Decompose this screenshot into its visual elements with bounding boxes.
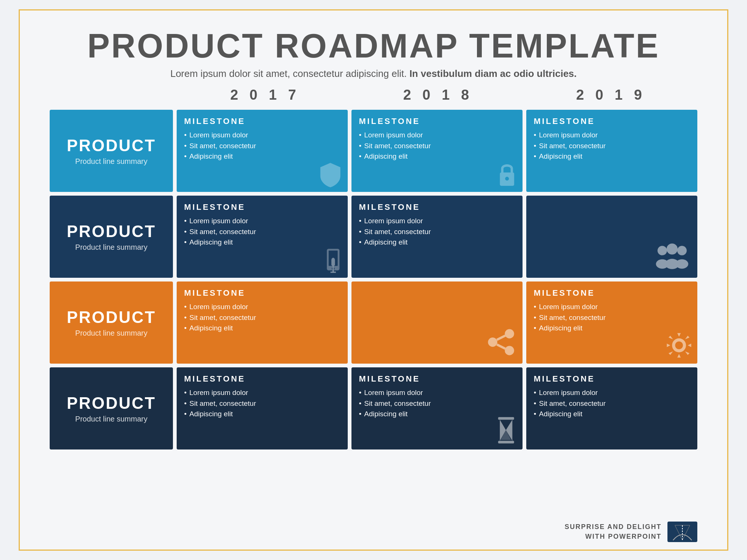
lock-icon — [497, 162, 517, 188]
milestone-items-4-2: Lorem ipsum dolor Sit amet, consectetur … — [359, 388, 515, 420]
milestone-header-2-2: MILESTONE — [359, 202, 515, 212]
milestone-item: Sit amet, consectetur — [359, 227, 515, 237]
year-headers: 2 0 1 7 2 0 1 8 2 0 1 9 — [179, 87, 697, 103]
product-cell-1: PRODUCT Product line summary — [50, 110, 173, 192]
milestone-items-1-3: Lorem ipsum dolor Sit amet, consectetur … — [534, 130, 690, 162]
milestone-item: Adipiscing elit — [184, 151, 340, 162]
milestone-items-4-1: Lorem ipsum dolor Sit amet, consectetur … — [184, 388, 340, 420]
svg-line-17 — [497, 345, 505, 349]
milestone-header-1-2: MILESTONE — [359, 116, 515, 126]
milestone-item: Sit amet, consectetur — [359, 141, 515, 152]
header: PRODUCT ROADMAP TEMPLATE Lorem ipsum dol… — [50, 29, 697, 80]
main-title: PRODUCT ROADMAP TEMPLATE — [50, 29, 697, 63]
subtitle-normal: Lorem ipsum dolor sit amet, consectetur … — [170, 68, 407, 79]
product-title-1: PRODUCT — [67, 136, 156, 155]
milestone-item: Sit amet, consectetur — [184, 312, 340, 323]
roadmap-grid: PRODUCT Product line summary MILESTONE L… — [50, 110, 697, 449]
milestone-header-4-2: MILESTONE — [359, 374, 515, 384]
footer-logo — [667, 522, 697, 542]
row-2: PRODUCT Product line summary MILESTONE L… — [50, 196, 697, 278]
milestone-header-3-3: MILESTONE — [534, 288, 690, 298]
footer: SURPRISE AND DELIGHT WITH POWERPOINT — [565, 522, 697, 542]
milestone-item: Adipiscing elit — [534, 151, 690, 162]
milestone-item: Sit amet, consectetur — [359, 398, 515, 409]
shield-icon — [318, 162, 342, 188]
product-cell-2: PRODUCT Product line summary — [50, 196, 173, 278]
svg-rect-21 — [498, 441, 514, 444]
product-summary-4: Product line summary — [75, 415, 147, 423]
share-icon — [487, 328, 515, 356]
product-cell-3: PRODUCT Product line summary — [50, 281, 173, 364]
year-2018: 2 0 1 8 — [351, 87, 524, 103]
svg-point-11 — [677, 246, 686, 255]
milestone-item: Lorem ipsum dolor — [534, 388, 690, 398]
milestone-items-1-1: Lorem ipsum dolor Sit amet, consectetur … — [184, 130, 340, 162]
milestone-4-2018: MILESTONE Lorem ipsum dolor Sit amet, co… — [351, 367, 523, 449]
milestone-item: Lorem ipsum dolor — [184, 130, 340, 141]
milestone-item: Sit amet, consectetur — [184, 227, 340, 237]
slide: PRODUCT ROADMAP TEMPLATE Lorem ipsum dol… — [19, 9, 728, 551]
milestone-item: Adipiscing elit — [359, 237, 515, 248]
svg-point-1 — [505, 177, 509, 180]
milestone-items-3-3: Lorem ipsum dolor Sit amet, consectetur … — [534, 302, 690, 334]
product-summary-1: Product line summary — [75, 157, 147, 166]
milestone-header-1-3: MILESTONE — [534, 116, 690, 126]
subtitle: Lorem ipsum dolor sit amet, consectetur … — [50, 68, 697, 80]
milestone-items-2-1: Lorem ipsum dolor Sit amet, consectetur … — [184, 216, 340, 248]
milestone-items-1-2: Lorem ipsum dolor Sit amet, consectetur … — [359, 130, 515, 162]
svg-point-15 — [505, 346, 514, 355]
product-title-4: PRODUCT — [67, 394, 156, 413]
milestone-1-2018: MILESTONE Lorem ipsum dolor Sit amet, co… — [351, 110, 523, 192]
milestone-item: Adipiscing elit — [359, 409, 515, 420]
milestone-item: Lorem ipsum dolor — [184, 216, 340, 227]
milestone-4-2019: MILESTONE Lorem ipsum dolor Sit amet, co… — [526, 367, 697, 449]
milestone-4-2017: MILESTONE Lorem ipsum dolor Sit amet, co… — [177, 367, 348, 449]
row-4: PRODUCT Product line summary MILESTONE L… — [50, 367, 697, 449]
milestone-item: Lorem ipsum dolor — [534, 130, 690, 141]
svg-line-16 — [497, 336, 505, 340]
footer-line2: WITH POWERPOINT — [565, 532, 661, 541]
milestone-items-4-3: Lorem ipsum dolor Sit amet, consectetur … — [534, 388, 690, 420]
product-summary-2: Product line summary — [75, 243, 147, 252]
svg-point-19 — [675, 342, 683, 349]
row-3: PRODUCT Product line summary MILESTONE L… — [50, 281, 697, 364]
milestone-header-1-1: MILESTONE — [184, 116, 340, 126]
milestone-items-2-2: Lorem ipsum dolor Sit amet, consectetur … — [359, 216, 515, 248]
milestone-header-4-1: MILESTONE — [184, 374, 340, 384]
year-2019: 2 0 1 9 — [524, 87, 697, 103]
product-title-2: PRODUCT — [67, 222, 156, 241]
milestone-item: Sit amet, consectetur — [184, 141, 340, 152]
milestone-item: Sit amet, consectetur — [534, 141, 690, 152]
milestone-1-2017: MILESTONE Lorem ipsum dolor Sit amet, co… — [177, 110, 348, 192]
footer-text: SURPRISE AND DELIGHT WITH POWERPOINT — [565, 522, 661, 541]
milestone-item: Lorem ipsum dolor — [184, 388, 340, 398]
milestone-item: Adipiscing elit — [184, 237, 340, 248]
milestone-3-2018 — [351, 281, 523, 364]
svg-point-14 — [488, 337, 498, 347]
year-2017: 2 0 1 7 — [179, 87, 351, 103]
svg-point-12 — [676, 259, 688, 268]
row-1: PRODUCT Product line summary MILESTONE L… — [50, 110, 697, 192]
milestone-item: Sit amet, consectetur — [534, 398, 690, 409]
milestone-item: Lorem ipsum dolor — [184, 302, 340, 312]
gear-icon — [666, 332, 692, 358]
product-title-3: PRODUCT — [67, 308, 156, 327]
milestone-items-3-1: Lorem ipsum dolor Sit amet, consectetur … — [184, 302, 340, 334]
footer-line1: SURPRISE AND DELIGHT — [565, 522, 661, 532]
svg-point-9 — [667, 243, 678, 255]
product-summary-3: Product line summary — [75, 329, 147, 337]
milestone-item: Sit amet, consectetur — [534, 312, 690, 323]
svg-point-13 — [505, 329, 514, 339]
milestone-item: Sit amet, consectetur — [184, 398, 340, 409]
svg-point-7 — [657, 246, 667, 255]
svg-rect-20 — [498, 417, 514, 420]
milestone-item: Adipiscing elit — [534, 409, 690, 420]
subtitle-bold: In vestibulum diam ac odio ultricies. — [409, 68, 577, 79]
milestone-header-3-1: MILESTONE — [184, 288, 340, 298]
milestone-item: Adipiscing elit — [359, 151, 515, 162]
milestone-item: Lorem ipsum dolor — [534, 302, 690, 312]
milestone-3-2019: MILESTONE Lorem ipsum dolor Sit amet, co… — [526, 281, 697, 364]
milestone-item: Lorem ipsum dolor — [359, 388, 515, 398]
milestone-3-2017: MILESTONE Lorem ipsum dolor Sit amet, co… — [177, 281, 348, 364]
phone-icon — [324, 248, 342, 274]
